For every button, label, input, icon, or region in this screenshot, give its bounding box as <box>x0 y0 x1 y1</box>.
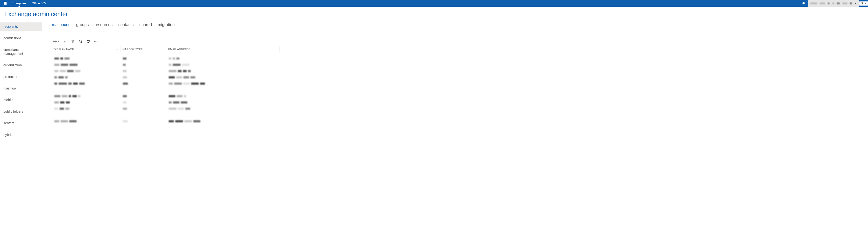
help-button[interactable]: ? ▼ <box>859 1 868 5</box>
topbar-tab-office365[interactable]: Office 365 <box>29 0 49 7</box>
delete-icon[interactable] <box>70 39 75 44</box>
sidebar-item-mail-flow[interactable]: mail flow <box>0 84 42 92</box>
column-header-spare <box>280 46 868 52</box>
grid-body <box>52 52 868 124</box>
add-icon[interactable]: ▼ <box>53 39 60 44</box>
chevron-down-icon: ▼ <box>855 2 857 5</box>
table-row[interactable] <box>52 105 868 112</box>
chevron-down-icon: ▼ <box>57 40 60 42</box>
mailbox-grid: DISPLAY NAME ▲ MAILBOX TYPE EMAIL ADDRES… <box>52 46 868 124</box>
column-label: DISPLAY NAME <box>54 48 74 51</box>
svg-point-11 <box>97 41 97 41</box>
sidebar-item-servers[interactable]: servers <box>0 119 42 127</box>
subnav-item-groups[interactable]: groups <box>76 23 89 27</box>
table-row[interactable] <box>52 93 868 99</box>
svg-point-9 <box>94 41 95 41</box>
svg-line-8 <box>81 42 82 43</box>
page-title: Exchange admin center <box>0 7 868 23</box>
sub-nav: mailboxesgroupsresourcescontactssharedmi… <box>52 23 868 27</box>
notifications-icon[interactable] <box>799 1 808 5</box>
sidebar: recipientspermissionscompliance manageme… <box>0 23 42 249</box>
column-label: MAILBOX TYPE <box>122 48 143 51</box>
sidebar-item-recipients[interactable]: recipients <box>0 23 42 31</box>
table-row[interactable] <box>52 74 868 80</box>
subnav-item-contacts[interactable]: contacts <box>118 23 133 27</box>
table-row[interactable] <box>52 62 868 68</box>
table-row[interactable] <box>52 118 868 124</box>
sidebar-item-permissions[interactable]: permissions <box>0 34 42 42</box>
office-logo-icon <box>3 1 7 5</box>
main-layout: recipientspermissionscompliance manageme… <box>0 23 868 249</box>
top-bar: Enterprise Office 365 ▼ ? ▼ <box>0 0 868 7</box>
column-header-email-address[interactable]: EMAIL ADDRESS <box>166 46 280 52</box>
table-row[interactable] <box>52 80 868 87</box>
subnav-item-migration[interactable]: migration <box>158 23 175 27</box>
search-icon[interactable] <box>78 39 83 44</box>
sidebar-item-protection[interactable]: protection <box>0 73 42 81</box>
sidebar-item-public-folders[interactable]: public folders <box>0 107 42 116</box>
column-header-display-name[interactable]: DISPLAY NAME ▲ <box>52 46 120 52</box>
subnav-item-mailboxes[interactable]: mailboxes <box>52 23 70 27</box>
grid-header: DISPLAY NAME ▲ MAILBOX TYPE EMAIL ADDRES… <box>52 46 868 52</box>
svg-point-7 <box>79 40 81 42</box>
svg-rect-2 <box>4 2 6 5</box>
account-area[interactable]: ▼ <box>808 0 859 7</box>
table-row[interactable] <box>52 68 868 74</box>
svg-point-10 <box>95 41 96 41</box>
table-row[interactable] <box>52 55 868 62</box>
table-row-gap <box>52 87 868 93</box>
table-row[interactable] <box>52 99 868 105</box>
more-icon[interactable] <box>93 39 98 44</box>
column-header-mailbox-type[interactable]: MAILBOX TYPE <box>120 46 166 52</box>
table-row-gap <box>52 112 868 118</box>
help-label: ? <box>861 1 863 5</box>
sidebar-item-organization[interactable]: organization <box>0 61 42 69</box>
sidebar-item-mobile[interactable]: mobile <box>0 96 42 104</box>
sidebar-item-hybrid[interactable]: hybrid <box>0 130 42 139</box>
subnav-item-shared[interactable]: shared <box>139 23 152 27</box>
refresh-icon[interactable] <box>86 39 91 44</box>
subnav-item-resources[interactable]: resources <box>95 23 113 27</box>
content-pane: mailboxesgroupsresourcescontactssharedmi… <box>42 23 868 249</box>
chevron-down-icon: ▼ <box>864 2 867 5</box>
list-toolbar: ▼ <box>52 39 868 44</box>
topbar-tab-enterprise[interactable]: Enterprise <box>9 0 29 7</box>
column-label: EMAIL ADDRESS <box>168 48 190 51</box>
edit-icon[interactable] <box>63 39 67 44</box>
sidebar-item-compliance-management[interactable]: compliance management <box>0 45 42 58</box>
sort-asc-icon: ▲ <box>116 48 118 51</box>
